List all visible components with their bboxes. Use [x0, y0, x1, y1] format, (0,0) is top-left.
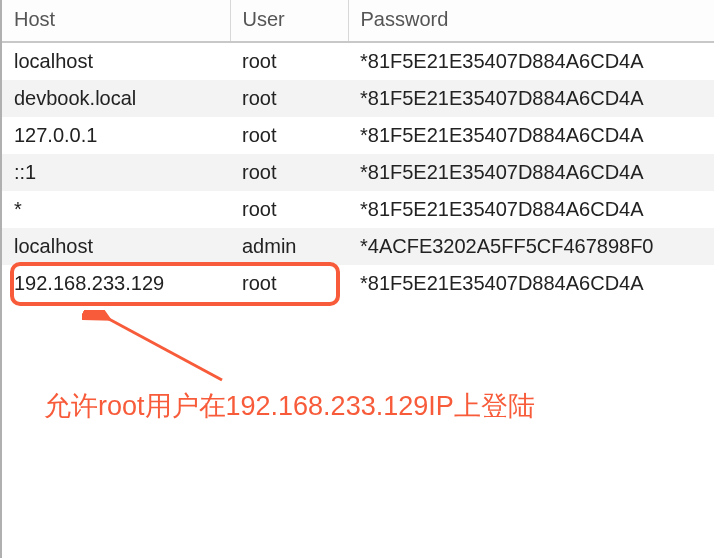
annotation-text: 允许root用户在192.168.233.129IP上登陆 — [44, 388, 535, 424]
header-user[interactable]: User — [230, 0, 348, 42]
table-row[interactable]: 127.0.0.1 root *81F5E21E35407D884A6CD4A — [2, 117, 714, 154]
cell-password[interactable]: *81F5E21E35407D884A6CD4A — [348, 191, 714, 228]
cell-password[interactable]: *81F5E21E35407D884A6CD4A — [348, 154, 714, 191]
cell-host[interactable]: 127.0.0.1 — [2, 117, 230, 154]
cell-host[interactable]: localhost — [2, 42, 230, 80]
table-header-row: Host User Password — [2, 0, 714, 42]
cell-user[interactable]: root — [230, 154, 348, 191]
annotation-arrow — [82, 310, 242, 390]
table-row[interactable]: * root *81F5E21E35407D884A6CD4A — [2, 191, 714, 228]
table-row[interactable]: devbook.local root *81F5E21E35407D884A6C… — [2, 80, 714, 117]
cell-host[interactable]: ::1 — [2, 154, 230, 191]
cell-password[interactable]: *4ACFE3202A5FF5CF467898F0 — [348, 228, 714, 265]
header-host[interactable]: Host — [2, 0, 230, 42]
cell-user[interactable]: root — [230, 117, 348, 154]
cell-user[interactable]: root — [230, 42, 348, 80]
user-host-table[interactable]: Host User Password localhost root *81F5E… — [2, 0, 714, 302]
cell-password[interactable]: *81F5E21E35407D884A6CD4A — [348, 265, 714, 302]
cell-host[interactable]: 192.168.233.129 — [2, 265, 230, 302]
table-row[interactable]: localhost root *81F5E21E35407D884A6CD4A — [2, 42, 714, 80]
cell-host[interactable]: * — [2, 191, 230, 228]
table-row[interactable]: 192.168.233.129 root *81F5E21E35407D884A… — [2, 265, 714, 302]
cell-password[interactable]: *81F5E21E35407D884A6CD4A — [348, 117, 714, 154]
cell-password[interactable]: *81F5E21E35407D884A6CD4A — [348, 80, 714, 117]
header-password[interactable]: Password — [348, 0, 714, 42]
svg-line-0 — [107, 318, 222, 380]
cell-host[interactable]: devbook.local — [2, 80, 230, 117]
cell-user[interactable]: root — [230, 80, 348, 117]
cell-user[interactable]: root — [230, 265, 348, 302]
table-row[interactable]: localhost admin *4ACFE3202A5FF5CF467898F… — [2, 228, 714, 265]
cell-user[interactable]: root — [230, 191, 348, 228]
cell-user[interactable]: admin — [230, 228, 348, 265]
cell-password[interactable]: *81F5E21E35407D884A6CD4A — [348, 42, 714, 80]
cell-host[interactable]: localhost — [2, 228, 230, 265]
table-row[interactable]: ::1 root *81F5E21E35407D884A6CD4A — [2, 154, 714, 191]
